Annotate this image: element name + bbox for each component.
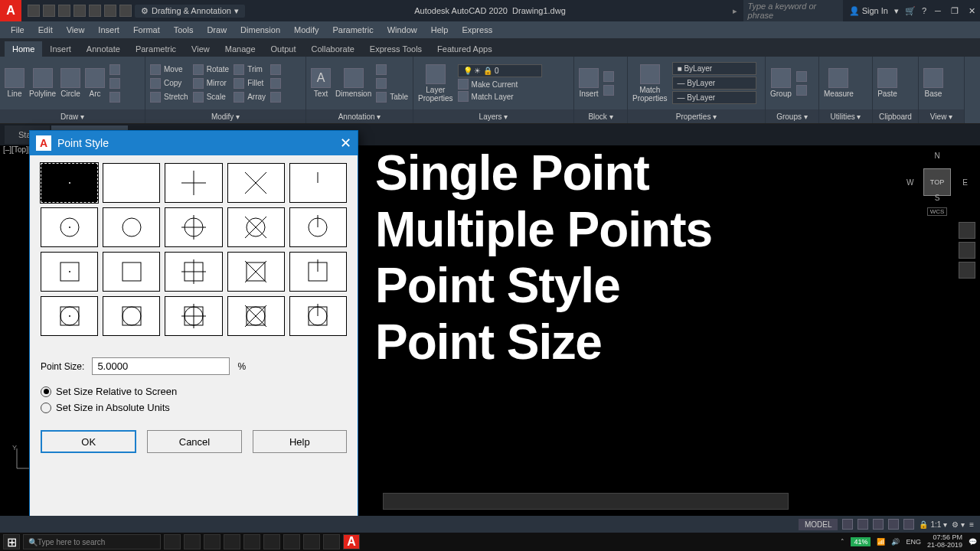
leader-icon[interactable] [376, 64, 387, 75]
tab-view[interactable]: View [184, 41, 217, 57]
qat-redo-icon[interactable] [119, 5, 132, 17]
insert-block-tool[interactable]: Insert [579, 68, 599, 98]
scale-tool[interactable]: Scale [193, 92, 229, 103]
line-tool[interactable]: Line [5, 68, 24, 98]
panel-modify-title[interactable]: Modify ▾ [145, 109, 305, 123]
menu-insert[interactable]: Insert [92, 24, 126, 36]
stretch-tool[interactable]: Stretch [150, 92, 188, 103]
workspace-dropdown[interactable]: ⚙ Drafting & Annotation ▾ [135, 5, 245, 18]
panel-utilities-title[interactable]: Utilities ▾ [819, 109, 872, 123]
text-tool[interactable]: AText [311, 68, 331, 98]
measure-tool[interactable]: Measure [824, 68, 854, 98]
tab-home[interactable]: Home [5, 41, 42, 57]
linetype-dropdown[interactable]: — ByLayer [672, 91, 756, 104]
minimize-button[interactable]: ─ [933, 5, 943, 16]
layer-properties-tool[interactable]: Layer Properties [418, 64, 453, 103]
trim-tool[interactable]: Trim [234, 64, 266, 75]
point-style-square[interactable] [103, 252, 160, 292]
tab-featuredapps[interactable]: Featured Apps [430, 41, 500, 57]
menu-help[interactable]: Help [425, 24, 455, 36]
layer-dropdown[interactable]: 💡 ☀ 🔒 0 [458, 64, 542, 77]
panel-draw-title[interactable]: Draw ▾ [0, 109, 145, 123]
taskview-icon[interactable] [164, 534, 181, 549]
point-style-tick[interactable] [289, 163, 347, 203]
draw-extra-icon[interactable] [109, 64, 120, 75]
block-extra2-icon[interactable] [603, 85, 614, 96]
panel-groups-title[interactable]: Groups ▾ [766, 109, 818, 123]
model-button[interactable]: MODEL [799, 519, 838, 530]
menu-window[interactable]: Window [381, 24, 423, 36]
dialog-titlebar[interactable]: A Point Style ✕ [30, 131, 358, 155]
panel-properties-title[interactable]: Properties ▾ [628, 109, 765, 123]
restore-button[interactable]: ❐ [949, 5, 960, 16]
tb-autocad-icon[interactable]: A [343, 534, 360, 549]
point-style-sqcircle[interactable] [103, 296, 160, 336]
viewcube[interactable]: N W E S TOP WCS [906, 152, 968, 213]
point-style-circle-dot[interactable] [41, 207, 98, 247]
dimension-tool[interactable]: Dimension [335, 68, 371, 98]
orbit-icon[interactable] [959, 262, 975, 279]
radio-relative[interactable]: Set Size Relative to Screen [41, 386, 347, 397]
menu-view[interactable]: View [60, 24, 91, 36]
point-style-square-plus[interactable] [165, 252, 222, 292]
osnap-toggle[interactable] [903, 519, 914, 530]
qat-saveas-icon[interactable] [74, 5, 86, 17]
mirror-tool[interactable]: Mirror [193, 78, 229, 89]
qat-plot-icon[interactable] [89, 5, 101, 17]
notification-icon[interactable]: 💬 [969, 538, 977, 546]
qat-new-icon[interactable] [28, 5, 40, 17]
signin-button[interactable]: 👤 Sign In [849, 6, 888, 16]
tb-app2-icon[interactable] [204, 534, 220, 549]
wifi-icon[interactable]: 📶 [877, 538, 885, 546]
customize-status-icon[interactable]: ≡ [969, 520, 974, 529]
point-style-square-tick[interactable] [289, 252, 347, 292]
point-style-circle-x[interactable] [227, 207, 285, 247]
command-line[interactable] [383, 493, 789, 510]
help-button[interactable]: Help [253, 430, 347, 453]
point-style-sqcircle-dot[interactable] [41, 296, 98, 336]
tb-app3-icon[interactable] [224, 534, 240, 549]
start-button[interactable]: ⊞ [3, 534, 20, 549]
cart-icon[interactable]: 🛒 [905, 6, 916, 16]
tray-chevron-icon[interactable]: ˄ [841, 538, 844, 546]
panel-layers-title[interactable]: Layers ▾ [413, 109, 573, 123]
array-tool[interactable]: Array [234, 92, 266, 103]
tb-app1-icon[interactable] [184, 534, 201, 549]
menu-express[interactable]: Express [456, 24, 498, 36]
point-style-plus[interactable] [165, 163, 222, 203]
menu-tools[interactable]: Tools [168, 24, 200, 36]
rotate-tool[interactable]: Rotate [193, 64, 229, 75]
table-tool[interactable]: Table [376, 92, 408, 103]
help-icon[interactable]: ? [922, 6, 926, 15]
menu-edit[interactable]: Edit [32, 24, 59, 36]
modify-extra2-icon[interactable] [270, 78, 281, 89]
point-style-circle[interactable] [103, 207, 160, 247]
menu-file[interactable]: File [5, 24, 31, 36]
ortho-toggle[interactable] [873, 519, 884, 530]
tab-expresstools[interactable]: Express Tools [362, 41, 430, 57]
lineweight-dropdown[interactable]: — ByLayer [672, 77, 756, 90]
tab-insert[interactable]: Insert [42, 41, 79, 57]
lang-indicator[interactable]: ENG [906, 538, 921, 546]
taskbar-search[interactable]: 🔍 Type here to search [23, 534, 161, 549]
tb-app7-icon[interactable] [303, 534, 320, 549]
cancel-button[interactable]: Cancel [147, 430, 241, 453]
tb-app6-icon[interactable] [283, 534, 300, 549]
point-style-circle-plus[interactable] [165, 207, 222, 247]
paste-tool[interactable]: Paste [877, 68, 897, 98]
point-style-dot[interactable] [41, 163, 98, 203]
snap-toggle[interactable] [858, 519, 868, 530]
panel-block-title[interactable]: Block ▾ [574, 109, 627, 123]
ok-button[interactable]: OK [41, 430, 136, 453]
modify-extra3-icon[interactable] [270, 92, 281, 103]
match-layer-tool[interactable]: Match Layer [458, 91, 542, 102]
tab-parametric[interactable]: Parametric [128, 41, 184, 57]
arc-tool[interactable]: Arc [85, 68, 105, 98]
radio-absolute[interactable]: Set Size in Absolute Units [41, 402, 347, 413]
group-tool[interactable]: Group [770, 68, 792, 98]
circle-tool[interactable]: Circle [60, 68, 80, 98]
qat-open-icon[interactable] [43, 5, 55, 17]
speaker-icon[interactable]: 🔊 [891, 538, 900, 546]
zoom-icon[interactable] [959, 242, 975, 259]
gear-status-icon[interactable]: ⚙ ▾ [952, 520, 965, 529]
